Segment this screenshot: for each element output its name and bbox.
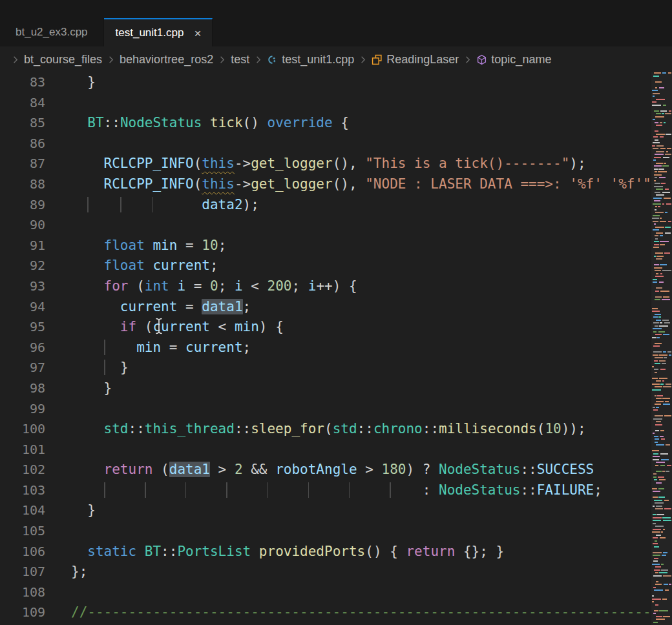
line-number[interactable]: 108 xyxy=(0,582,45,603)
line-number[interactable]: 106 xyxy=(0,542,45,562)
code-line[interactable]: 107}; xyxy=(0,562,672,582)
line-number[interactable]: 97 xyxy=(0,358,45,378)
code-line[interactable]: 95 if (current < min) { xyxy=(0,317,672,338)
line-number[interactable]: 86 xyxy=(0,134,45,154)
line-number[interactable]: 109 xyxy=(0,602,45,623)
line-number[interactable]: 93 xyxy=(0,276,45,297)
minimap-line xyxy=(651,531,672,533)
minimap-token xyxy=(656,471,662,472)
minimap-token xyxy=(656,256,664,257)
breadcrumb-item-bt-course-files[interactable]: bt_course_files xyxy=(24,53,102,67)
code-line[interactable]: 103 : NodeStatus::FAILURE; xyxy=(0,480,672,501)
breadcrumb-item-behaviortree-ros2[interactable]: behaviortree_ros2 xyxy=(120,53,213,67)
minimap-token xyxy=(660,369,666,370)
minimap-token xyxy=(655,572,658,573)
code-line[interactable]: 101 xyxy=(0,440,672,460)
minimap-token xyxy=(655,438,659,440)
minimap-token xyxy=(652,488,657,489)
minimap-token xyxy=(654,264,659,265)
minimap-token xyxy=(666,471,669,472)
code-line[interactable]: 91 float min = 10; xyxy=(0,236,672,256)
code-line[interactable]: 89 data2); xyxy=(0,195,672,216)
code-line[interactable]: 99 xyxy=(0,399,672,420)
line-number[interactable]: 105 xyxy=(0,521,45,542)
minimap-token xyxy=(653,555,660,556)
code-line[interactable]: 96 min = current; xyxy=(0,338,672,358)
line-number[interactable]: 90 xyxy=(0,215,45,236)
line-number[interactable]: 96 xyxy=(0,338,45,358)
minimap-token xyxy=(653,148,658,149)
breadcrumb-item-class[interactable]: ReadingLaser xyxy=(372,53,459,67)
minimap-line xyxy=(651,558,672,559)
minimap-line xyxy=(651,604,672,606)
line-number[interactable]: 103 xyxy=(0,480,45,501)
line-number[interactable]: 89 xyxy=(0,195,45,216)
minimap-line xyxy=(651,189,672,190)
line-number[interactable]: 92 xyxy=(0,256,45,276)
code-line[interactable]: 85 BT::NodeStatus tick() override { xyxy=(0,113,672,134)
line-number[interactable]: 91 xyxy=(0,236,45,256)
tab-bt-u2-ex3[interactable]: bt_u2_ex3.cpp xyxy=(0,18,104,46)
minimap-token xyxy=(663,616,670,617)
minimap-token xyxy=(656,163,663,164)
line-number[interactable]: 102 xyxy=(0,460,45,480)
code-line[interactable]: 88 RCLCPP_INFO(this->get_logger(), "NODE… xyxy=(0,174,672,195)
minimap-token xyxy=(662,398,670,399)
code-line[interactable]: 106 static BT::PortsList providedPorts()… xyxy=(0,542,672,562)
minimap-token xyxy=(654,169,658,170)
code-line[interactable]: 102 return (data1 > 2 && robotAngle > 18… xyxy=(0,460,672,480)
line-number[interactable]: 104 xyxy=(0,500,45,521)
line-number[interactable]: 83 xyxy=(0,72,45,93)
close-icon[interactable]: × xyxy=(194,27,201,39)
minimap-token xyxy=(652,595,654,597)
minimap[interactable] xyxy=(651,72,672,625)
breadcrumb-item-test[interactable]: test xyxy=(231,53,249,67)
line-number[interactable]: 84 xyxy=(0,93,45,114)
minimap-token xyxy=(655,404,661,405)
code-line[interactable]: 84 xyxy=(0,93,672,114)
code-line[interactable]: 94 current = data1; xyxy=(0,297,672,318)
code-line[interactable]: 108 xyxy=(0,582,672,603)
minimap-token xyxy=(661,569,668,571)
code-line[interactable]: 90 xyxy=(0,215,672,236)
breadcrumb-item-file[interactable]: test_unit1.cpp xyxy=(267,53,354,67)
minimap-line xyxy=(651,291,672,292)
line-number[interactable]: 99 xyxy=(0,399,45,420)
tab-test-unit1[interactable]: test_unit1.cpp × xyxy=(104,18,213,46)
breadcrumb-item-symbol[interactable]: topic_name xyxy=(476,53,551,67)
minimap-line xyxy=(651,343,672,344)
code-line[interactable]: 92 float current; xyxy=(0,256,672,276)
minimap-token xyxy=(655,296,662,298)
line-number[interactable]: 98 xyxy=(0,378,45,399)
line-number[interactable]: 101 xyxy=(0,440,45,460)
code-line[interactable]: 87 RCLCPP_INFO(this->get_logger(), "This… xyxy=(0,154,672,174)
line-number[interactable]: 107 xyxy=(0,562,45,582)
minimap-token xyxy=(653,328,662,329)
minimap-line xyxy=(651,169,672,170)
minimap-token xyxy=(663,386,671,387)
code-editor[interactable]: 83 }8485 BT::NodeStatus tick() override … xyxy=(0,72,672,625)
minimap-token xyxy=(655,192,660,193)
minimap-token xyxy=(661,459,669,460)
line-number[interactable]: 87 xyxy=(0,154,45,174)
code-text: static BT::PortsList providedPorts() { r… xyxy=(71,542,504,562)
code-line[interactable]: 105 xyxy=(0,521,672,542)
code-line[interactable]: 98 } xyxy=(0,378,672,399)
code-line[interactable]: 104 } xyxy=(0,500,672,521)
line-number[interactable]: 88 xyxy=(0,174,45,195)
minimap-token xyxy=(655,87,657,88)
line-number[interactable]: 85 xyxy=(0,113,45,134)
code-line[interactable]: 83 } xyxy=(0,72,672,93)
line-number[interactable]: 100 xyxy=(0,419,45,440)
line-number[interactable]: 94 xyxy=(0,297,45,318)
code-line[interactable]: 109//-----------------------------------… xyxy=(0,602,672,623)
code-line[interactable]: 100 std::this_thread::sleep_for(std::chr… xyxy=(0,419,672,440)
code-line[interactable]: 97 } xyxy=(0,358,672,378)
minimap-token xyxy=(655,206,657,207)
minimap-token xyxy=(653,491,660,492)
minimap-token xyxy=(654,589,663,591)
code-line[interactable]: 86 xyxy=(0,134,672,154)
line-number[interactable]: 95 xyxy=(0,317,45,338)
code-line[interactable]: 93 for (int i = 0; i < 200; i++) { xyxy=(0,276,672,297)
minimap-line xyxy=(651,154,672,155)
